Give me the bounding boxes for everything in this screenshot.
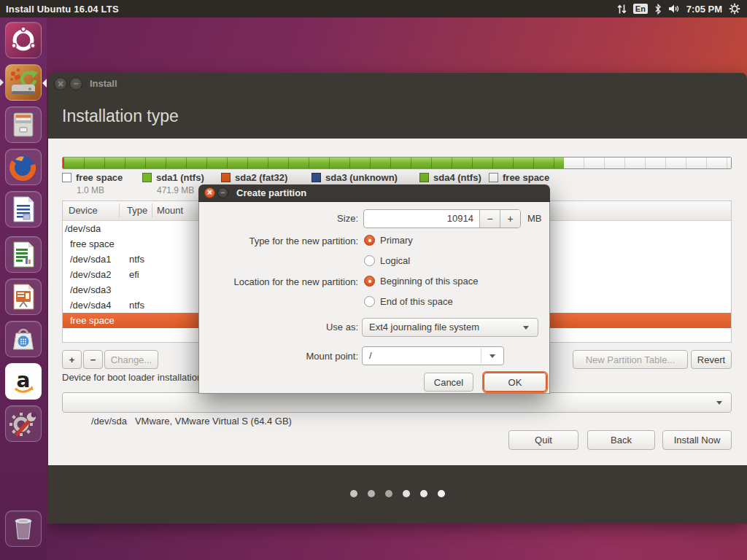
file-cabinet-icon: [6, 107, 41, 142]
radio-option-end[interactable]: End of this space: [364, 295, 453, 308]
revert-button[interactable]: Revert: [691, 350, 732, 369]
bluetooth-icon[interactable]: [654, 4, 662, 15]
radio-option-beginning[interactable]: Beginning of this space: [364, 275, 478, 287]
progress-dot: [350, 490, 357, 497]
window-title: Install: [90, 78, 117, 89]
focused-app-arrow-icon: [42, 79, 47, 88]
radio-unselected-icon[interactable]: [364, 296, 375, 307]
system-tray: En 7:05 PM: [617, 3, 747, 15]
launcher-item-settings[interactable]: [5, 405, 42, 442]
launcher-item-amazon[interactable]: a: [5, 363, 42, 400]
chevron-down-icon: [523, 326, 529, 330]
window-footer: [48, 465, 747, 524]
partition-bar: [62, 157, 732, 169]
boot-device-select[interactable]: /dev/sda VMware, VMware Virtual S (64.4 …: [62, 392, 732, 413]
add-partition-button[interactable]: +: [62, 350, 82, 369]
legend-item: sda1 (ntfs) 471.9 MB: [142, 171, 204, 195]
mount-point-value[interactable]: /: [369, 350, 372, 361]
partition-segment-free-end: [564, 158, 731, 168]
launcher-item-impress[interactable]: [5, 279, 42, 315]
launcher-item-dash[interactable]: [5, 22, 42, 58]
legend-swatch: [489, 173, 498, 182]
radio-selected-icon[interactable]: [364, 276, 375, 287]
size-label: Size:: [199, 213, 358, 224]
installer-disk-icon: [6, 65, 41, 100]
page-title: Installation type: [48, 95, 747, 139]
ok-button[interactable]: OK: [484, 373, 546, 392]
firefox-icon: [6, 149, 41, 184]
window-titlebar[interactable]: Install: [48, 73, 747, 95]
size-unit-label: MB: [527, 213, 542, 224]
dialog-close-icon[interactable]: [204, 187, 215, 198]
size-spinbox[interactable]: 10914 − +: [363, 209, 521, 228]
chevron-down-icon: [716, 401, 722, 405]
keyboard-layout-icon[interactable]: [617, 4, 627, 15]
progress-dot: [420, 490, 427, 497]
boot-loader-label: Device for boot loader installation:: [62, 372, 205, 383]
legend-item: free space 1.0 MB: [62, 171, 123, 195]
legend-swatch: [419, 173, 429, 182]
launcher-item-software[interactable]: [5, 321, 42, 357]
launcher: a: [0, 18, 47, 560]
libreoffice-calc-icon: [6, 237, 41, 272]
dialog-title: Create partition: [236, 187, 306, 198]
launcher-item-writer[interactable]: [5, 191, 42, 228]
progress-dot: [385, 490, 392, 497]
size-increment-button[interactable]: +: [500, 210, 520, 228]
top-panel: Install Ubuntu 16.04 LTS En 7:05 PM: [0, 0, 747, 18]
new-partition-table-button[interactable]: New Partition Table...: [573, 350, 688, 369]
use-as-label: Use as:: [199, 322, 358, 332]
mount-point-select[interactable]: /: [362, 346, 504, 365]
legend-swatch: [221, 173, 231, 182]
svg-text:a: a: [17, 368, 31, 392]
active-app-arrow-icon: [0, 79, 4, 86]
create-partition-dialog: Create partition Size: 10914 − + MB Type…: [198, 184, 550, 394]
install-now-button[interactable]: Install Now: [662, 430, 732, 450]
progress-dots: [48, 490, 747, 497]
session-gear-icon[interactable]: [729, 3, 740, 15]
launcher-item-firefox[interactable]: [5, 149, 42, 185]
radio-option-logical[interactable]: Logical: [364, 254, 410, 267]
partition-segment-used: [64, 158, 564, 168]
legend-swatch: [142, 173, 152, 182]
change-button[interactable]: Change...: [104, 350, 158, 369]
launcher-item-installer[interactable]: [5, 64, 42, 101]
radio-unselected-icon[interactable]: [364, 255, 375, 266]
type-label: Type for the new partition:: [199, 236, 358, 246]
remove-partition-button[interactable]: −: [83, 350, 103, 369]
trash-icon: [6, 511, 41, 546]
libreoffice-writer-icon: [6, 192, 41, 227]
volume-icon[interactable]: [668, 4, 680, 14]
dialog-minimize-icon[interactable]: [217, 187, 228, 198]
legend-swatch: [62, 173, 71, 182]
mount-point-label: Mount point:: [199, 351, 358, 362]
clock[interactable]: 7:05 PM: [686, 4, 722, 15]
language-indicator[interactable]: En: [633, 4, 648, 14]
system-settings-icon: [6, 406, 41, 441]
chevron-down-icon: [489, 354, 495, 358]
use-as-select[interactable]: Ext4 journaling file system: [362, 318, 538, 337]
progress-dot: [368, 490, 375, 497]
quit-button[interactable]: Quit: [508, 430, 578, 450]
ubuntu-software-icon: [6, 322, 41, 357]
ubuntu-logo-icon: [6, 23, 41, 58]
back-button[interactable]: Back: [587, 430, 655, 450]
launcher-item-files[interactable]: [5, 106, 42, 143]
desktop: Install Ubuntu 16.04 LTS En 7:05 PM: [0, 0, 747, 560]
size-decrement-button[interactable]: −: [479, 210, 500, 228]
launcher-item-trash[interactable]: [5, 510, 42, 547]
radio-selected-icon[interactable]: [364, 235, 375, 246]
progress-dot: [438, 490, 445, 497]
progress-dot: [403, 490, 410, 497]
location-label: Location for the new partition:: [199, 276, 358, 287]
window-minimize-icon[interactable]: [69, 77, 82, 90]
libreoffice-impress-icon: [6, 279, 41, 314]
use-as-value: Ext4 journaling file system: [369, 322, 479, 332]
cancel-button[interactable]: Cancel: [424, 373, 473, 392]
size-value[interactable]: 10914: [364, 210, 479, 228]
launcher-item-calc[interactable]: [5, 236, 42, 273]
radio-option-primary[interactable]: Primary: [364, 234, 413, 246]
window-close-icon[interactable]: [54, 77, 67, 90]
dialog-titlebar[interactable]: Create partition: [198, 184, 550, 202]
boot-device-value: /dev/sda VMware, VMware Virtual S (64.4 …: [91, 416, 292, 427]
